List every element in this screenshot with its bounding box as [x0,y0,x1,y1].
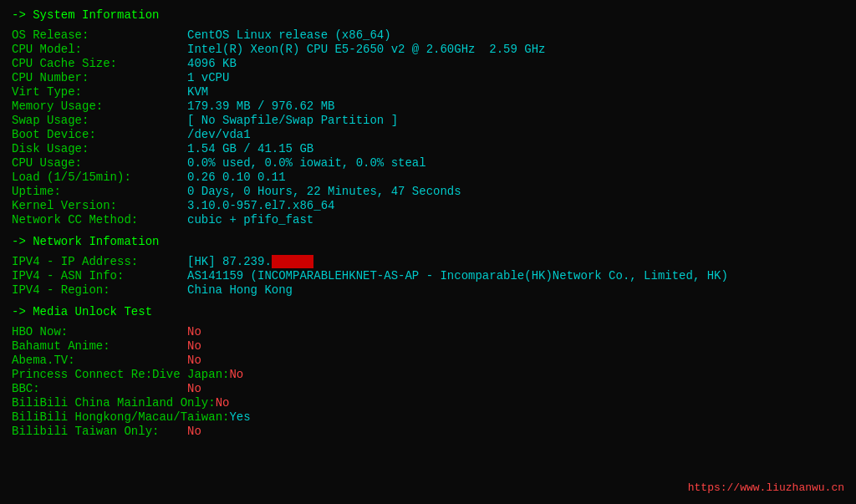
disk-usage-label: Disk Usage: [12,142,187,155]
abema-tv-label: Abema.TV: [12,354,187,367]
swap-usage-label: Swap Usage: [12,114,187,127]
hbo-now-label: HBO Now: [12,325,187,339]
cpu-number-label: CPU Number: [12,71,187,84]
watermark: https://www.liuzhanwu.cn [688,481,844,494]
cpu-model-value: Intel(R) Xeon(R) CPU E5-2650 v2 @ 2.60GH… [187,43,545,56]
cpu-number-row: CPU Number: 1 vCPU [12,71,844,84]
abema-tv-value: No [187,354,201,367]
princess-connect-label: Princess Connect Re:Dive Japan: [12,368,229,381]
redacted-ip: 50.200 [272,255,313,268]
os-release-value: CentOS Linux release (x86_64) [187,28,391,42]
ipv4-region-label: IPV4 - Region: [12,283,187,297]
terminal-window: -> System Information OS Release: CentOS… [12,8,844,438]
ipv4-asn-value: AS141159 (INCOMPARABLEHKNET-AS-AP - Inco… [187,269,728,283]
uptime-value: 0 Days, 0 Hours, 22 Minutes, 47 Seconds [187,185,461,198]
abema-tv-row: Abema.TV: No [12,354,844,367]
network-cc-label: Network CC Method: [12,213,187,227]
bilibili-hk-label: BiliBili Hongkong/Macau/Taiwan: [12,410,229,424]
ipv4-address-label: IPV4 - IP Address: [12,255,187,268]
bahamut-anime-label: Bahamut Anime: [12,339,187,353]
princess-connect-value: No [229,368,243,381]
cpu-usage-label: CPU Usage: [12,156,187,170]
kernel-version-value: 3.10.0-957.el7.x86_64 [187,199,334,212]
ipv4-asn-row: IPV4 - ASN Info: AS141159 (INCOMPARABLEH… [12,269,844,283]
hbo-now-row: HBO Now: No [12,325,844,339]
bilibili-taiwan-value: No [187,425,201,438]
kernel-version-row: Kernel Version: 3.10.0-957.el7.x86_64 [12,199,844,212]
bilibili-china-value: No [216,396,230,410]
bilibili-china-label: BiliBili China Mainland Only: [12,396,216,410]
network-cc-row: Network CC Method: cubic + pfifo_fast [12,213,844,227]
kernel-version-label: Kernel Version: [12,199,187,212]
hbo-now-value: No [187,325,201,339]
ipv4-region-value: China Hong Kong [187,283,293,297]
boot-device-row: Boot Device: /dev/vda1 [12,128,844,141]
disk-usage-value: 1.54 GB / 41.15 GB [187,142,313,155]
ipv4-address-value: [HK] 87.239.50.200 [187,255,313,268]
cpu-cache-row: CPU Cache Size: 4096 KB [12,57,844,70]
bilibili-taiwan-row: Bilibili Taiwan Only: No [12,425,844,438]
media-unlock-header: -> Media Unlock Test [12,305,844,318]
ipv4-address-row: IPV4 - IP Address: [HK] 87.239.50.200 [12,255,844,268]
system-info-header: -> System Information [12,8,844,22]
swap-usage-row: Swap Usage: [ No Swapfile/Swap Partition… [12,114,844,127]
virt-type-row: Virt Type: KVM [12,85,844,99]
bbc-row: BBC: No [12,382,844,395]
cpu-model-row: CPU Model: Intel(R) Xeon(R) CPU E5-2650 … [12,43,844,56]
ipv4-region-row: IPV4 - Region: China Hong Kong [12,283,844,297]
cpu-cache-label: CPU Cache Size: [12,57,187,70]
memory-usage-row: Memory Usage: 179.39 MB / 976.62 MB [12,99,844,113]
cpu-cache-value: 4096 KB [187,57,237,70]
bahamut-anime-value: No [187,339,201,353]
disk-usage-row: Disk Usage: 1.54 GB / 41.15 GB [12,142,844,155]
virt-type-value: KVM [187,85,208,99]
os-release-row: OS Release: CentOS Linux release (x86_64… [12,28,844,42]
ipv4-asn-label: IPV4 - ASN Info: [12,269,187,283]
cpu-model-label: CPU Model: [12,43,187,56]
load-label: Load (1/5/15min): [12,171,187,184]
bahamut-anime-row: Bahamut Anime: No [12,339,844,353]
cpu-usage-value: 0.0% used, 0.0% iowait, 0.0% steal [187,156,426,170]
virt-type-label: Virt Type: [12,85,187,99]
bilibili-taiwan-label: Bilibili Taiwan Only: [12,425,187,438]
bilibili-hk-value: Yes [229,410,250,424]
bbc-value: No [187,382,201,395]
uptime-label: Uptime: [12,185,187,198]
cpu-usage-row: CPU Usage: 0.0% used, 0.0% iowait, 0.0% … [12,156,844,170]
boot-device-label: Boot Device: [12,128,187,141]
network-cc-value: cubic + pfifo_fast [187,213,313,227]
network-info-header: -> Network Infomation [12,235,844,248]
boot-device-value: /dev/vda1 [187,128,251,141]
swap-usage-value: [ No Swapfile/Swap Partition ] [187,114,398,127]
load-value: 0.26 0.10 0.11 [187,171,286,184]
load-row: Load (1/5/15min): 0.26 0.10 0.11 [12,171,844,184]
system-info-block: OS Release: CentOS Linux release (x86_64… [12,28,844,227]
uptime-row: Uptime: 0 Days, 0 Hours, 22 Minutes, 47 … [12,185,844,198]
memory-usage-label: Memory Usage: [12,99,187,113]
bbc-label: BBC: [12,382,187,395]
bilibili-china-row: BiliBili China Mainland Only: No [12,396,844,410]
network-info-block: IPV4 - IP Address: [HK] 87.239.50.200 IP… [12,255,844,297]
bilibili-hk-row: BiliBili Hongkong/Macau/Taiwan: Yes [12,410,844,424]
os-release-label: OS Release: [12,28,187,42]
media-unlock-block: HBO Now: No Bahamut Anime: No Abema.TV: … [12,325,844,438]
cpu-number-value: 1 vCPU [187,71,229,84]
memory-usage-value: 179.39 MB / 976.62 MB [187,99,334,113]
princess-connect-row: Princess Connect Re:Dive Japan: No [12,368,844,381]
